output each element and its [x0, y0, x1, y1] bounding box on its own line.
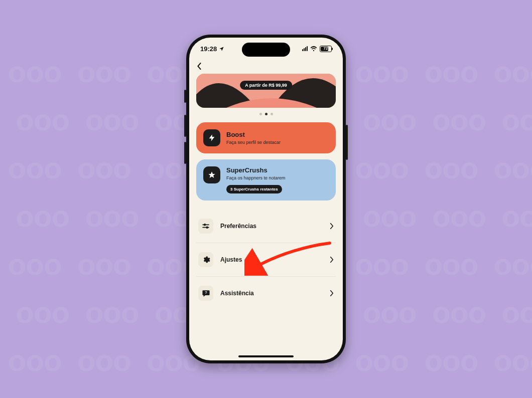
volume-up-button [184, 115, 186, 137]
screen: 19:28 72 [189, 38, 343, 360]
dynamic-island [242, 43, 290, 57]
promo-banner[interactable]: A partir de R$ 99,99 [196, 74, 336, 108]
dot[interactable] [271, 113, 273, 115]
power-button [346, 125, 348, 160]
chevron-left-icon [196, 63, 202, 70]
support-row[interactable]: ? Assistência [196, 277, 336, 310]
svg-point-2 [204, 224, 206, 226]
volume-down-button [184, 142, 186, 164]
gear-icon [198, 252, 213, 267]
promo-illustration [196, 74, 336, 108]
battery-icon: 72 [320, 46, 332, 52]
sliders-icon [198, 219, 213, 234]
boost-card[interactable]: Boost Faça seu perfil se destacar [196, 122, 336, 153]
support-label: Assistência [220, 290, 323, 297]
supercrush-title: SuperCrushs [226, 166, 286, 174]
svg-point-4 [206, 227, 208, 228]
chevron-right-icon [330, 223, 334, 229]
boost-subtitle: Faça seu perfil se destacar [226, 140, 281, 145]
svg-text:?: ? [205, 290, 207, 295]
supercrush-badge: 3 SuperCrushs restantes [226, 185, 282, 193]
dot-active[interactable] [265, 113, 268, 115]
supercrush-card[interactable]: SuperCrushs Faça os happners te notarem … [196, 159, 336, 201]
settings-row[interactable]: Ajustes [196, 243, 336, 277]
bolt-icon [203, 129, 220, 146]
phone-frame: 19:28 72 [186, 35, 346, 363]
dot[interactable] [259, 113, 262, 115]
boost-title: Boost [226, 131, 281, 138]
status-time: 19:28 [200, 45, 217, 53]
back-button[interactable] [196, 60, 208, 73]
help-chat-icon: ? [198, 286, 213, 301]
preferences-label: Preferências [220, 223, 323, 230]
wifi-icon [310, 46, 317, 52]
settings-list: Preferências Ajustes [196, 210, 336, 310]
chevron-right-icon [330, 290, 334, 296]
preferences-row[interactable]: Preferências [196, 210, 336, 243]
promo-price-pill: A partir de R$ 99,99 [240, 81, 292, 90]
supercrush-subtitle: Faça os happners te notarem [226, 175, 286, 180]
star-icon [203, 166, 220, 183]
settings-label: Ajustes [220, 256, 323, 263]
chevron-right-icon [330, 257, 334, 263]
content: A partir de R$ 99,99 Boost Faça seu perf… [189, 60, 343, 360]
location-arrow-icon [219, 46, 224, 52]
cellular-icon [302, 46, 308, 51]
carousel-dots [196, 108, 336, 122]
silent-switch [184, 90, 186, 103]
home-indicator[interactable] [238, 355, 294, 357]
